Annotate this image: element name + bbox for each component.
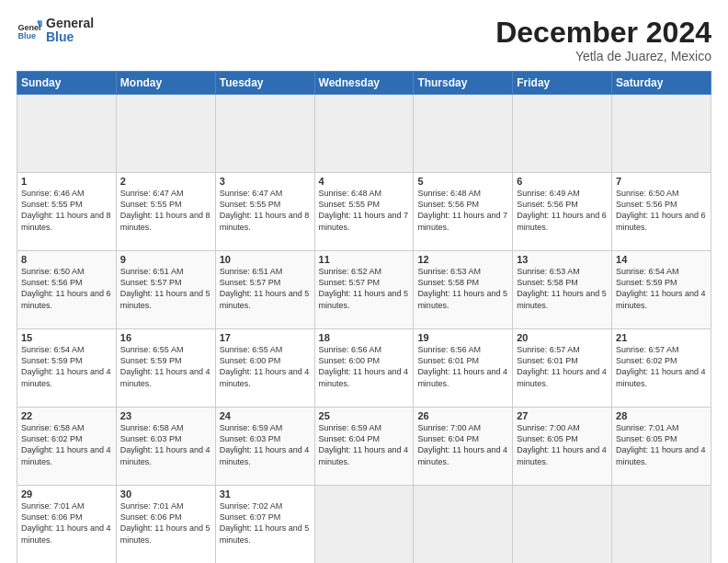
calendar-cell: 5Sunrise: 6:48 AMSunset: 5:56 PMDaylight… <box>414 173 513 251</box>
page-header: General Blue General Blue December 2024 … <box>17 17 711 63</box>
day-info: Sunrise: 7:02 AMSunset: 6:07 PMDaylight:… <box>220 500 311 546</box>
calendar-cell: 31Sunrise: 7:02 AMSunset: 6:07 PMDayligh… <box>215 486 314 563</box>
day-info: Sunrise: 6:56 AMSunset: 6:00 PMDaylight:… <box>319 344 410 389</box>
day-info: Sunrise: 6:56 AMSunset: 6:01 PMDaylight:… <box>417 344 508 389</box>
header-row: Sunday Monday Tuesday Wednesday Thursday… <box>17 72 711 95</box>
location: Yetla de Juarez, Mexico <box>495 49 711 63</box>
calendar-cell: 24Sunrise: 6:59 AMSunset: 6:03 PMDayligh… <box>215 408 314 486</box>
day-info: Sunrise: 6:52 AMSunset: 5:57 PMDaylight:… <box>319 266 410 311</box>
day-info: Sunrise: 7:01 AMSunset: 6:05 PMDaylight:… <box>616 422 707 467</box>
day-info: Sunrise: 6:51 AMSunset: 5:57 PMDaylight:… <box>220 266 311 311</box>
calendar-cell: 23Sunrise: 6:58 AMSunset: 6:03 PMDayligh… <box>116 408 215 486</box>
logo-blue: Blue <box>46 30 94 44</box>
calendar-week-0 <box>17 95 711 173</box>
svg-text:Blue: Blue <box>17 31 36 40</box>
calendar-cell: 26Sunrise: 7:00 AMSunset: 6:04 PMDayligh… <box>414 408 513 486</box>
calendar-cell: 16Sunrise: 6:55 AMSunset: 5:59 PMDayligh… <box>116 329 215 408</box>
calendar-cell <box>513 486 612 563</box>
title-block: December 2024 Yetla de Juarez, Mexico <box>495 17 711 63</box>
calendar-cell: 29Sunrise: 7:01 AMSunset: 6:06 PMDayligh… <box>17 486 117 563</box>
calendar-week-2: 8Sunrise: 6:50 AMSunset: 5:56 PMDaylight… <box>17 251 711 329</box>
day-info: Sunrise: 6:58 AMSunset: 6:02 PMDaylight:… <box>21 422 112 467</box>
day-number: 5 <box>417 176 508 187</box>
col-tuesday: Tuesday <box>215 72 314 95</box>
calendar-cell <box>215 95 314 173</box>
day-number: 25 <box>319 410 410 421</box>
day-info: Sunrise: 6:55 AMSunset: 5:59 PMDaylight:… <box>120 344 211 389</box>
calendar-header: Sunday Monday Tuesday Wednesday Thursday… <box>17 72 711 95</box>
calendar-week-1: 1Sunrise: 6:46 AMSunset: 5:55 PMDaylight… <box>17 173 711 251</box>
calendar-page: General Blue General Blue December 2024 … <box>0 0 728 563</box>
day-number: 6 <box>517 176 608 187</box>
calendar-cell: 20Sunrise: 6:57 AMSunset: 6:01 PMDayligh… <box>513 329 612 408</box>
day-info: Sunrise: 6:54 AMSunset: 5:59 PMDaylight:… <box>616 266 707 311</box>
col-saturday: Saturday <box>612 72 711 95</box>
day-number: 9 <box>120 254 211 265</box>
col-sunday: Sunday <box>17 72 117 95</box>
day-info: Sunrise: 6:46 AMSunset: 5:55 PMDaylight:… <box>21 188 112 233</box>
calendar-cell <box>116 95 215 173</box>
day-number: 31 <box>220 488 311 500</box>
day-info: Sunrise: 6:53 AMSunset: 5:58 PMDaylight:… <box>417 266 508 311</box>
day-number: 16 <box>120 332 211 343</box>
month-title: December 2024 <box>495 17 711 49</box>
calendar-cell <box>513 95 612 173</box>
day-info: Sunrise: 7:00 AMSunset: 6:05 PMDaylight:… <box>517 422 608 467</box>
calendar-cell: 14Sunrise: 6:54 AMSunset: 5:59 PMDayligh… <box>612 251 711 329</box>
calendar-cell: 1Sunrise: 6:46 AMSunset: 5:55 PMDaylight… <box>17 173 117 251</box>
day-info: Sunrise: 6:51 AMSunset: 5:57 PMDaylight:… <box>120 266 211 311</box>
calendar-cell <box>314 486 414 563</box>
day-info: Sunrise: 6:50 AMSunset: 5:56 PMDaylight:… <box>616 188 707 233</box>
day-info: Sunrise: 6:47 AMSunset: 5:55 PMDaylight:… <box>120 188 211 233</box>
calendar-cell: 11Sunrise: 6:52 AMSunset: 5:57 PMDayligh… <box>314 251 414 329</box>
calendar-cell: 13Sunrise: 6:53 AMSunset: 5:58 PMDayligh… <box>513 251 612 329</box>
day-number: 30 <box>120 488 211 500</box>
calendar-cell <box>612 95 711 173</box>
day-number: 21 <box>616 332 707 343</box>
day-info: Sunrise: 6:55 AMSunset: 6:00 PMDaylight:… <box>220 344 311 389</box>
day-info: Sunrise: 6:59 AMSunset: 6:04 PMDaylight:… <box>319 422 410 467</box>
calendar-cell <box>612 486 711 563</box>
day-number: 18 <box>319 332 410 343</box>
calendar-cell <box>314 95 414 173</box>
calendar-cell: 6Sunrise: 6:49 AMSunset: 5:56 PMDaylight… <box>513 173 612 251</box>
day-number: 26 <box>417 410 508 421</box>
logo-icon: General Blue <box>17 17 42 43</box>
day-number: 19 <box>417 332 508 343</box>
calendar-cell: 18Sunrise: 6:56 AMSunset: 6:00 PMDayligh… <box>314 329 414 408</box>
calendar-cell: 30Sunrise: 7:01 AMSunset: 6:06 PMDayligh… <box>116 486 215 563</box>
day-number: 7 <box>616 176 707 187</box>
calendar-cell: 3Sunrise: 6:47 AMSunset: 5:55 PMDaylight… <box>215 173 314 251</box>
calendar-cell: 7Sunrise: 6:50 AMSunset: 5:56 PMDaylight… <box>612 173 711 251</box>
calendar-cell: 21Sunrise: 6:57 AMSunset: 6:02 PMDayligh… <box>612 329 711 408</box>
calendar-cell: 2Sunrise: 6:47 AMSunset: 5:55 PMDaylight… <box>116 173 215 251</box>
calendar-cell: 19Sunrise: 6:56 AMSunset: 6:01 PMDayligh… <box>414 329 513 408</box>
day-info: Sunrise: 7:01 AMSunset: 6:06 PMDaylight:… <box>120 500 211 546</box>
day-number: 27 <box>517 410 608 421</box>
col-friday: Friday <box>513 72 612 95</box>
day-info: Sunrise: 7:00 AMSunset: 6:04 PMDaylight:… <box>417 422 508 467</box>
day-number: 24 <box>220 410 311 421</box>
day-number: 2 <box>120 176 211 187</box>
col-monday: Monday <box>116 72 215 95</box>
day-number: 3 <box>220 176 311 187</box>
day-number: 14 <box>616 254 707 265</box>
day-info: Sunrise: 6:49 AMSunset: 5:56 PMDaylight:… <box>517 188 608 233</box>
calendar-week-4: 22Sunrise: 6:58 AMSunset: 6:02 PMDayligh… <box>17 408 711 486</box>
day-info: Sunrise: 6:53 AMSunset: 5:58 PMDaylight:… <box>517 266 608 311</box>
calendar-cell: 4Sunrise: 6:48 AMSunset: 5:55 PMDaylight… <box>314 173 414 251</box>
day-number: 4 <box>319 176 410 187</box>
day-number: 1 <box>21 176 112 187</box>
day-info: Sunrise: 6:57 AMSunset: 6:01 PMDaylight:… <box>517 344 608 389</box>
day-number: 20 <box>517 332 608 343</box>
day-info: Sunrise: 6:54 AMSunset: 5:59 PMDaylight:… <box>21 344 112 389</box>
calendar-week-3: 15Sunrise: 6:54 AMSunset: 5:59 PMDayligh… <box>17 329 711 408</box>
calendar-table: Sunday Monday Tuesday Wednesday Thursday… <box>17 71 711 563</box>
day-info: Sunrise: 6:50 AMSunset: 5:56 PMDaylight:… <box>21 266 112 311</box>
calendar-cell <box>414 95 513 173</box>
day-info: Sunrise: 7:01 AMSunset: 6:06 PMDaylight:… <box>21 500 112 546</box>
day-number: 10 <box>220 254 311 265</box>
logo: General Blue General Blue <box>17 17 94 45</box>
calendar-cell: 9Sunrise: 6:51 AMSunset: 5:57 PMDaylight… <box>116 251 215 329</box>
col-wednesday: Wednesday <box>314 72 414 95</box>
